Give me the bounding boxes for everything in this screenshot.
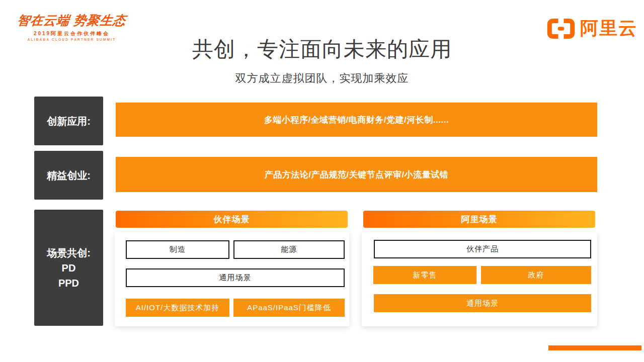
ali-tag-new-retail: 新零售 — [373, 266, 476, 284]
page-subtitle: 双方成立虚拟团队，实现加乘效应 — [0, 71, 644, 86]
row-label-innovation-apps: 创新应用: — [34, 97, 103, 145]
page-title: 共创，专注面向未来的应用 — [0, 35, 644, 63]
ali-scene-panel-card: 伙伴产品 新零售 政府 通用场景 — [362, 232, 597, 326]
slide-canvas: 智在云端 势聚生态 2019阿里云合作伙伴峰会 ALIBABA CLOUD PA… — [0, 0, 644, 362]
row-bar-innovation-apps: 多端小程序/全域营销/电商财务/党建/河长制...... — [116, 103, 597, 137]
scene-label-line-3: PPD — [58, 276, 79, 291]
ali-tag-general-scene: 通用场景 — [374, 294, 591, 312]
ali-tag-government: 政府 — [481, 266, 591, 284]
partner-box-energy: 能源 — [233, 240, 345, 259]
row-label-scene-cocreation: 场景共创: PD PPD — [34, 210, 103, 326]
event-logo-calligraphy: 智在云端 势聚生态 — [14, 12, 129, 29]
scene-label-line-1: 场景共创: — [47, 245, 91, 260]
partner-scene-panel-header: 伙伴场景 — [116, 211, 348, 228]
partner-tag-apaas-ipaas: APaaS/IPaaS门槛降低 — [233, 299, 345, 317]
partner-box-manufacturing: 制造 — [126, 240, 229, 259]
row-label-lean-startup: 精益创业: — [34, 151, 103, 200]
bottom-accent-bar — [548, 345, 641, 350]
ali-scene-panel-header: 阿里场景 — [363, 211, 595, 228]
partner-scene-panel-card: 制造 能源 通用场景 AI/IOT/大数据技术加持 APaaS/IPaaS门槛降… — [115, 232, 349, 326]
partner-tag-ai-iot-bigdata: AI/IOT/大数据技术加持 — [126, 299, 229, 317]
row-bar-lean-startup: 产品方法论/产品规范/关键节点评审/小流量试错 — [116, 157, 597, 192]
partner-box-general-scene: 通用场景 — [126, 268, 345, 287]
scene-label-line-2: PD — [62, 260, 76, 276]
ali-box-partner-products: 伙伴产品 — [374, 240, 591, 258]
